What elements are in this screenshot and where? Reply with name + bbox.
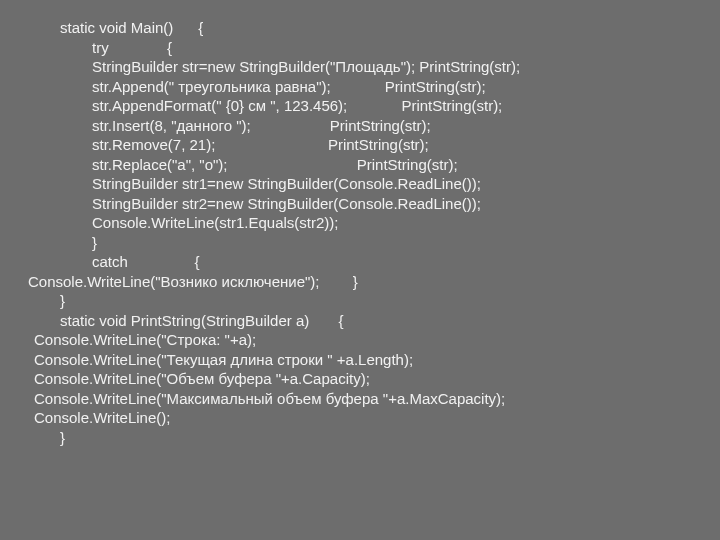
code-line: Console.WriteLine("Строка: "+a); xyxy=(28,330,692,350)
code-line: static void Main() { xyxy=(28,18,692,38)
code-line: } xyxy=(28,291,692,311)
code-line: Console.WriteLine("Вознико исключение");… xyxy=(28,272,692,292)
code-line: Console.WriteLine(); xyxy=(28,408,692,428)
code-line: Console.WriteLine("Текущая длина строки … xyxy=(28,350,692,370)
code-line: str.Replace("а", "о"); PrintString(str); xyxy=(28,155,692,175)
code-line: static void PrintString(StringBuilder a)… xyxy=(28,311,692,331)
code-line: Console.WriteLine("Максимальный объем бу… xyxy=(28,389,692,409)
code-line: Console.WriteLine("Объем буфера "+a.Capa… xyxy=(28,369,692,389)
code-line: Console.WriteLine(str1.Equals(str2)); xyxy=(28,213,692,233)
code-line: StringBuilder str1=new StringBuilder(Con… xyxy=(28,174,692,194)
code-line: str.Remove(7, 21); PrintString(str); xyxy=(28,135,692,155)
code-block: static void Main() {try {StringBuilder s… xyxy=(28,18,692,447)
code-line: try { xyxy=(28,38,692,58)
code-line: catch { xyxy=(28,252,692,272)
code-line: } xyxy=(28,233,692,253)
code-line: StringBuilder str=new StringBuilder("Пло… xyxy=(28,57,692,77)
code-line: StringBuilder str2=new StringBuilder(Con… xyxy=(28,194,692,214)
code-line: } xyxy=(28,428,692,448)
code-line: str.Insert(8, "данного "); PrintString(s… xyxy=(28,116,692,136)
code-line: str.Append(" треугольника равна"); Print… xyxy=(28,77,692,97)
code-line: str.AppendFormat(" {0} см ", 123.456); P… xyxy=(28,96,692,116)
